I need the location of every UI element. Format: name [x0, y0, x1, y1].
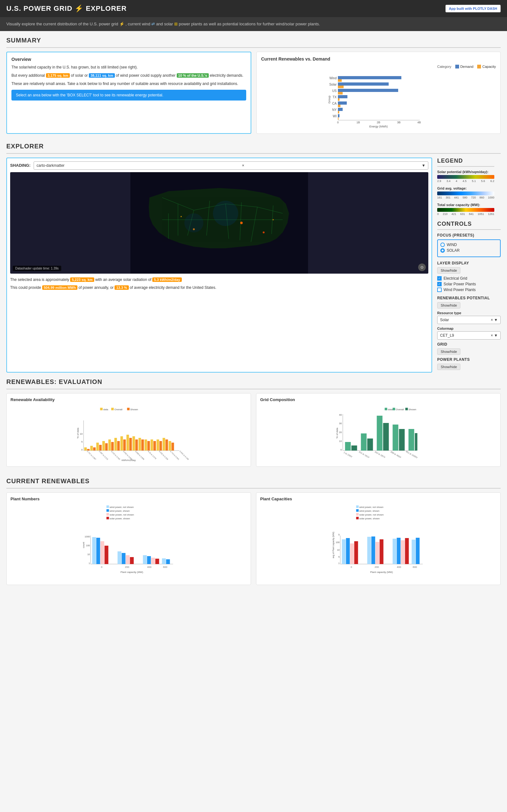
svg-rect-82: [145, 439, 147, 450]
plant-numbers-card: Plant Numbers wind power, not shown wind…: [6, 492, 251, 585]
svg-rect-76: [127, 435, 129, 450]
power-plants-show-hide-btn[interactable]: Show/hide: [437, 364, 460, 370]
svg-rect-120: [377, 416, 383, 450]
svg-text:Overall: Overall: [396, 408, 404, 411]
electrical-grid-row: ✓ Electrical Grid: [437, 276, 501, 280]
grid-show-hide-btn[interactable]: Show/hide: [437, 349, 460, 355]
highlight-solar-area: 3,175 sq. km: [46, 73, 70, 78]
svg-rect-167: [356, 509, 359, 512]
svg-text:data: data: [388, 408, 393, 411]
svg-rect-83: [148, 441, 150, 450]
svg-text:solar power, not shown: solar power, not shown: [359, 513, 384, 516]
svg-rect-10: [338, 89, 398, 92]
wind-plants-row: Wind Power Plants: [437, 288, 501, 292]
availability-chart: % of data 0 5 10 data Overall Shown: [10, 404, 247, 462]
svg-point-49: [184, 213, 204, 233]
svg-text:5.032 to 5.259: 5.032 to 5.259: [159, 450, 169, 460]
solar-plants-checkbox[interactable]: ✓: [437, 282, 442, 286]
svg-rect-194: [416, 538, 420, 564]
svg-text:1B: 1B: [356, 121, 360, 124]
wind-plants-label: Wind Power Plants: [444, 288, 475, 292]
svg-text:600: 600: [163, 566, 168, 568]
solar-radio[interactable]: [440, 248, 445, 253]
svg-rect-189: [393, 539, 397, 564]
electrical-grid-checkbox[interactable]: ✓: [437, 276, 442, 280]
solar-radio-row[interactable]: SOLAR: [440, 248, 498, 253]
svg-rect-125: [415, 433, 417, 450]
header: U.S. POWER GRID ⚡ EXPLORER App built wit…: [0, 0, 507, 17]
svg-text:0: 0: [351, 566, 352, 568]
svg-rect-56: [100, 408, 103, 410]
svg-rect-79: [135, 439, 138, 450]
solar-label: SOLAR: [447, 248, 460, 253]
map-panel: SHADING: carto-darkmatter × ▼: [6, 158, 432, 373]
map-settings-icon[interactable]: ⊙: [418, 263, 426, 271]
svg-rect-154: [143, 555, 147, 564]
wind-radio[interactable]: [440, 243, 445, 247]
svg-text:0: 0: [340, 448, 342, 451]
electrical-grid-label: Electrical Grid: [444, 276, 467, 280]
capacity-legend-label: Total solar capacity (MW):: [437, 203, 494, 207]
renewables-potential-show-hide-btn[interactable]: Show/hide: [437, 302, 460, 309]
svg-text:Wind: Wind: [329, 76, 337, 80]
svg-rect-182: [346, 538, 350, 564]
svg-text:TX: TX: [333, 96, 337, 99]
overview-para2: But every additional 3,175 sq. km of sol…: [11, 73, 246, 78]
summary-grid: Overview The solar/wind capacity in the …: [6, 52, 501, 134]
evaluation-grid: Renewable Availability % of data 0 5 10 …: [6, 393, 501, 467]
svg-rect-117: [351, 445, 357, 450]
map-desc-line1: The selected area is approximately 5,223…: [10, 277, 428, 283]
explorer-section-header: EXPLORER: [6, 137, 501, 154]
svg-rect-87: [160, 441, 162, 450]
svg-rect-68: [103, 441, 105, 450]
svg-rect-14: [338, 114, 339, 117]
svg-rect-15: [338, 79, 342, 82]
map-visualization[interactable]: Datashader update time: 1.39s ⊙: [10, 172, 428, 273]
wind-radio-row[interactable]: WIND: [440, 243, 498, 247]
svg-rect-193: [412, 540, 415, 564]
svg-rect-146: [92, 537, 96, 564]
svg-rect-191: [401, 540, 405, 564]
svg-text:solar power, shown: solar power, shown: [110, 517, 130, 520]
svg-text:Energy (MWh): Energy (MWh): [369, 125, 388, 128]
svg-rect-169: [356, 513, 359, 515]
svg-rect-192: [405, 538, 409, 564]
svg-text:wind power, shown: wind power, shown: [109, 509, 130, 512]
map-svg: [10, 172, 428, 273]
svg-text:Shown: Shown: [130, 408, 138, 411]
svg-rect-86: [157, 439, 159, 450]
svg-rect-8: [338, 76, 401, 79]
resource-type-clear-icon[interactable]: × ▼: [491, 318, 498, 322]
svg-rect-148: [101, 541, 104, 564]
cta-box: Select an area below with the 'BOX SELEC…: [11, 90, 246, 101]
svg-text:CA: CA: [332, 102, 337, 105]
svg-rect-18: [338, 98, 339, 101]
resource-type-select[interactable]: Solar × ▼: [437, 316, 501, 324]
svg-rect-80: [138, 438, 141, 450]
focus-title: FOCUS (PRESETS): [437, 233, 501, 238]
svg-rect-19: [338, 105, 340, 107]
svg-text:1 to 100V: 1 to 100V: [343, 451, 353, 458]
svg-rect-119: [368, 438, 373, 450]
svg-rect-112: [393, 408, 395, 410]
wind-plants-checkbox[interactable]: [437, 288, 442, 292]
svg-rect-58: [111, 408, 114, 410]
voltage-legend: Grid avg. voltage: 161301441580720860100…: [437, 186, 494, 199]
shading-select[interactable]: carto-darkmatter × ▼: [34, 162, 428, 170]
close-icon[interactable]: ×: [242, 163, 244, 168]
svg-text:10: 10: [80, 433, 83, 435]
colormap-clear-icon[interactable]: × ▼: [491, 333, 498, 338]
svg-text:2B: 2B: [377, 121, 380, 124]
svg-text:Shown: Shown: [409, 408, 416, 411]
chevron-down-icon[interactable]: ▼: [421, 163, 426, 168]
svg-text:1000: 1000: [85, 535, 90, 538]
solar-plants-row: ✓ Solar Power Plants: [437, 282, 501, 286]
colormap-select[interactable]: CET_L9 × ▼: [437, 331, 501, 339]
colormap-label: Colormap: [437, 326, 501, 330]
svg-rect-157: [156, 559, 159, 564]
svg-text:solar power, not shown: solar power, not shown: [110, 513, 134, 516]
layer-display-show-hide-btn[interactable]: Show/hide: [437, 267, 460, 273]
svg-point-46: [180, 216, 182, 217]
solar-gradient-labels: 2.93.444.55.15.66.2: [437, 180, 494, 183]
svg-rect-171: [356, 517, 359, 519]
